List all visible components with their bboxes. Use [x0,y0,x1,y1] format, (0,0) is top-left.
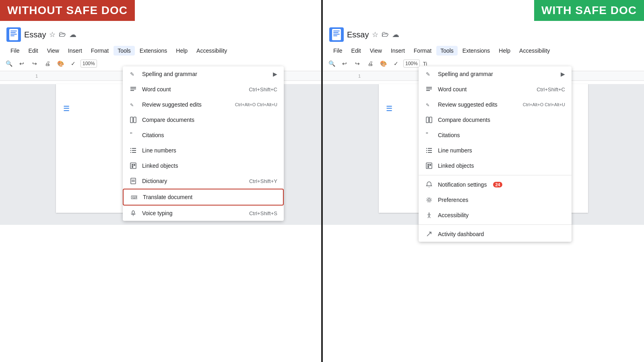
linkedobjects-label-left: Linked objects [142,162,178,169]
linenumbers-item-left[interactable]: Line numbers [123,143,284,158]
review-shortcut-left: Ctrl+Alt+O Ctrl+Alt+U [235,102,277,107]
menu-accessibility-right[interactable]: Accessibility [515,46,554,56]
menu-help-left[interactable]: Help [172,46,192,56]
svg-text:⌨: ⌨ [131,195,137,200]
spellcheck-btn-left[interactable]: ✓ [68,58,79,69]
voice-shortcut-left: Ctrl+Shift+S [249,210,277,216]
cloud-icon[interactable]: ☁ [69,30,76,39]
accessibility-label-right: Accessibility [438,212,469,218]
dictionary-item-left[interactable]: Dictionary Ctrl+Shift+Y [123,173,284,189]
svg-line-48 [428,216,429,218]
voice-label-left: Voice typing [142,210,173,216]
redo-btn-left[interactable]: ↪ [29,58,40,69]
preferences-item-right[interactable]: Preferences [419,192,572,208]
wordcount-item-right[interactable]: Word count Ctrl+Shift+C [419,82,572,97]
menu-format-right[interactable]: Format [410,46,436,56]
menu-view-left[interactable]: View [43,46,63,56]
svg-rect-15 [132,164,133,166]
review-icon-right: ✎ [425,101,433,109]
undo-btn-left[interactable]: ↩ [16,58,27,69]
spell-icon-right: ✎ [425,70,433,78]
voice-item-left[interactable]: Voice typing Ctrl+Shift+S [123,206,284,221]
compare-icon-left [129,116,137,124]
print-btn-right[interactable]: 🖨 [365,58,376,69]
folder-icon-right[interactable]: 🗁 [382,30,389,39]
cloud-icon-right[interactable]: ☁ [392,30,399,39]
linkedobjects-item-left[interactable]: Linked objects [123,158,284,173]
citations-item-left[interactable]: " Citations [123,128,284,143]
svg-text:": " [130,132,132,138]
compare-item-left[interactable]: Compare documents [123,112,284,128]
list-icon-right: ☰ [386,104,392,113]
menu-bar-left: File Edit View Insert Format Tools Exten… [0,45,321,56]
linkedobjects-item-right[interactable]: Linked objects [419,158,572,173]
svg-point-44 [427,197,431,202]
svg-rect-33 [428,148,432,149]
search-btn-left[interactable]: 🔍 [3,58,14,69]
citations-label-left: Citations [142,132,164,138]
menu-tools-right[interactable]: Tools [436,46,458,56]
menu-file-left[interactable]: File [6,46,24,56]
paint-btn-left[interactable]: 🎨 [55,58,66,69]
svg-rect-12 [130,152,131,153]
spellcheck-btn-right[interactable]: ✓ [390,58,402,69]
print-btn-left[interactable]: 🖨 [42,58,53,69]
svg-text:✎: ✎ [426,71,430,77]
folder-icon[interactable]: 🗁 [59,30,66,39]
menu-edit-left[interactable]: Edit [25,46,42,56]
menu-edit-right[interactable]: Edit [347,46,365,56]
star-icon[interactable]: ☆ [49,30,56,39]
spelling-label-right: Spelling and grammar [438,71,493,77]
linenumbers-item-right[interactable]: Line numbers [419,143,572,158]
accessibility-item-right[interactable]: Accessibility [419,208,572,223]
svg-point-22 [132,211,134,214]
spelling-item-left[interactable]: ✎ Spelling and grammar ▶ [123,66,284,82]
review-item-right[interactable]: ✎ Review suggested edits Ctrl+Alt+O Ctrl… [419,97,572,112]
svg-rect-5 [130,117,133,123]
zoom-right[interactable]: 100% [403,60,420,68]
svg-rect-17 [132,166,133,168]
svg-rect-34 [426,150,427,151]
menu-extensions-right[interactable]: Extensions [458,46,494,56]
svg-text:✎: ✎ [130,71,134,77]
preferences-icon-right [425,196,433,204]
svg-rect-9 [132,148,136,149]
activity-item-right[interactable]: Activity dashboard [419,226,572,242]
notif-label-right: Notification settings [438,181,487,188]
menu-insert-right[interactable]: Insert [387,46,409,56]
svg-rect-2 [130,88,136,89]
menu-insert-left[interactable]: Insert [64,46,86,56]
svg-rect-16 [134,164,135,166]
review-item-left[interactable]: ✎ Review suggested edits Ctrl+Alt+O Ctrl… [123,97,284,112]
citations-item-right[interactable]: " Citations [419,128,572,143]
menu-tools-left[interactable]: Tools [114,46,135,56]
menu-format-left[interactable]: Format [87,46,113,56]
translate-item-left[interactable]: ⌨ Translate document [123,189,284,206]
undo-btn-right[interactable]: ↩ [339,58,350,69]
notif-icon-right [425,181,433,189]
notif-item-right[interactable]: Notification settings 24 [419,177,572,192]
zoom-left[interactable]: 100% [80,60,97,68]
compare-item-right[interactable]: Compare documents [419,112,572,128]
search-btn-right[interactable]: 🔍 [326,58,337,69]
spelling-label-left: Spelling and grammar [142,71,197,77]
svg-rect-19 [132,180,135,181]
star-icon-right[interactable]: ☆ [372,30,378,39]
svg-rect-26 [426,88,432,89]
dictionary-shortcut-left: Ctrl+Shift+Y [249,178,277,184]
redo-btn-right[interactable]: ↪ [352,58,363,69]
separator-right [419,175,572,175]
paint-btn-right[interactable]: 🎨 [378,58,389,69]
wordcount-icon-left [129,85,137,93]
linenumbers-label-left: Line numbers [142,147,176,154]
menu-accessibility-left[interactable]: Accessibility [192,46,231,56]
menu-file-right[interactable]: File [329,46,347,56]
ti-label: Ti [423,61,427,67]
svg-rect-25 [426,87,432,88]
spelling-item-right[interactable]: ✎ Spelling and grammar ▶ [419,66,572,82]
menu-extensions-left[interactable]: Extensions [136,46,171,56]
menu-view-right[interactable]: View [366,46,386,56]
svg-point-45 [429,213,430,214]
wordcount-item-left[interactable]: Word count Ctrl+Shift+C [123,82,284,97]
menu-help-right[interactable]: Help [495,46,514,56]
